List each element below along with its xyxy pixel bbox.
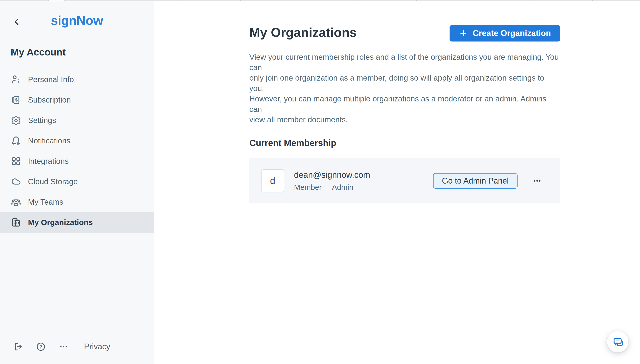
membership-card: d dean@signnow.com Member Admin Go to Ad… bbox=[249, 158, 560, 203]
sidebar-nav: Personal Info $ Subscription bbox=[0, 69, 154, 232]
member-info: dean@signnow.com Member Admin bbox=[294, 170, 370, 192]
create-organization-label: Create Organization bbox=[473, 29, 551, 38]
create-organization-button[interactable]: Create Organization bbox=[450, 25, 560, 42]
page-description: View your current membership roles and a… bbox=[249, 52, 560, 125]
tab-separator bbox=[123, 0, 123, 1]
svg-text:?: ? bbox=[40, 344, 43, 349]
tab-separator bbox=[240, 0, 241, 1]
go-to-admin-panel-button[interactable]: Go to Admin Panel bbox=[433, 173, 518, 189]
main-content: My Organizations Create Organization Vie… bbox=[154, 1, 640, 364]
tab-separator bbox=[64, 0, 65, 1]
tab-separator bbox=[416, 0, 417, 1]
sidebar-item-label: Settings bbox=[28, 116, 56, 125]
ellipsis-icon bbox=[532, 176, 542, 186]
sidebar-item-personal-info[interactable]: Personal Info bbox=[0, 69, 154, 90]
member-email: dean@signnow.com bbox=[294, 170, 370, 180]
sidebar-item-my-organizations[interactable]: My Organizations bbox=[0, 212, 154, 232]
role-member: Member bbox=[294, 183, 322, 192]
avatar: d bbox=[261, 169, 284, 192]
logout-button[interactable] bbox=[13, 341, 24, 352]
membership-menu-button[interactable] bbox=[530, 174, 544, 188]
cloud-storage-icon bbox=[11, 176, 21, 187]
personal-info-icon bbox=[11, 74, 21, 85]
description-line: view all member documents. bbox=[249, 114, 560, 125]
tab-separator bbox=[475, 0, 475, 1]
sidebar-item-label: Subscription bbox=[28, 96, 71, 104]
signnow-logo: signNow bbox=[0, 13, 154, 28]
page-header: My Organizations Create Organization bbox=[249, 25, 560, 42]
member-roles: Member Admin bbox=[294, 183, 370, 192]
integrations-icon bbox=[11, 156, 21, 166]
sidebar-item-label: My Teams bbox=[28, 198, 63, 206]
more-button[interactable] bbox=[58, 341, 69, 352]
sidebar-item-settings[interactable]: Settings bbox=[0, 110, 154, 130]
section-title: Current Membership bbox=[249, 138, 560, 148]
subscription-icon: $ bbox=[11, 94, 21, 105]
sidebar-item-label: Integrations bbox=[28, 157, 69, 166]
help-button[interactable]: ? bbox=[35, 341, 47, 352]
help-icon: ? bbox=[36, 342, 46, 352]
sidebar-item-subscription[interactable]: $ Subscription bbox=[0, 90, 154, 110]
notifications-icon bbox=[11, 136, 21, 146]
tab-separator bbox=[181, 0, 182, 1]
tab-separator bbox=[49, 0, 49, 1]
ellipsis-icon bbox=[59, 342, 69, 352]
sidebar-item-cloud-storage[interactable]: Cloud Storage bbox=[0, 171, 154, 192]
tab-separator bbox=[358, 0, 358, 1]
description-line: only join one organization as a member, … bbox=[249, 72, 560, 94]
tab-separator bbox=[592, 0, 593, 1]
svg-text:$: $ bbox=[15, 98, 18, 102]
sidebar-item-label: Notifications bbox=[28, 136, 70, 145]
role-divider bbox=[327, 183, 327, 191]
sidebar-item-label: Personal Info bbox=[28, 75, 74, 84]
sidebar-footer: ? Privacy bbox=[13, 340, 110, 353]
description-line: View your current membership roles and a… bbox=[249, 52, 560, 72]
sidebar-item-notifications[interactable]: Notifications bbox=[0, 130, 154, 151]
sidebar-item-integrations[interactable]: Integrations bbox=[0, 151, 154, 171]
description-line: However, you can manage multiple organiz… bbox=[249, 94, 560, 114]
chat-bubbles-icon bbox=[612, 336, 623, 347]
plus-icon bbox=[459, 29, 468, 38]
sidebar-item-label: Cloud Storage bbox=[28, 177, 78, 186]
sidebar-item-my-teams[interactable]: My Teams bbox=[0, 192, 154, 212]
tab-separator bbox=[534, 0, 534, 1]
tab-separator bbox=[32, 0, 33, 1]
sidebar-title: My Account bbox=[11, 46, 66, 58]
settings-icon bbox=[11, 115, 21, 126]
my-organizations-icon bbox=[11, 217, 21, 228]
chat-fab-button[interactable] bbox=[607, 331, 628, 352]
browser-active-tab bbox=[49, 0, 64, 1]
tab-separator bbox=[299, 0, 299, 1]
browser-tab-strip bbox=[0, 0, 640, 1]
page-title: My Organizations bbox=[249, 25, 357, 40]
sidebar-item-label: My Organizations bbox=[28, 218, 93, 227]
logout-icon bbox=[13, 342, 23, 352]
role-admin: Admin bbox=[332, 183, 353, 192]
privacy-link[interactable]: Privacy bbox=[84, 342, 110, 351]
app-root: signNow My Account Personal Info bbox=[0, 0, 640, 364]
tab-separator bbox=[16, 0, 17, 1]
my-teams-icon bbox=[11, 197, 21, 207]
sidebar: signNow My Account Personal Info bbox=[0, 1, 154, 364]
